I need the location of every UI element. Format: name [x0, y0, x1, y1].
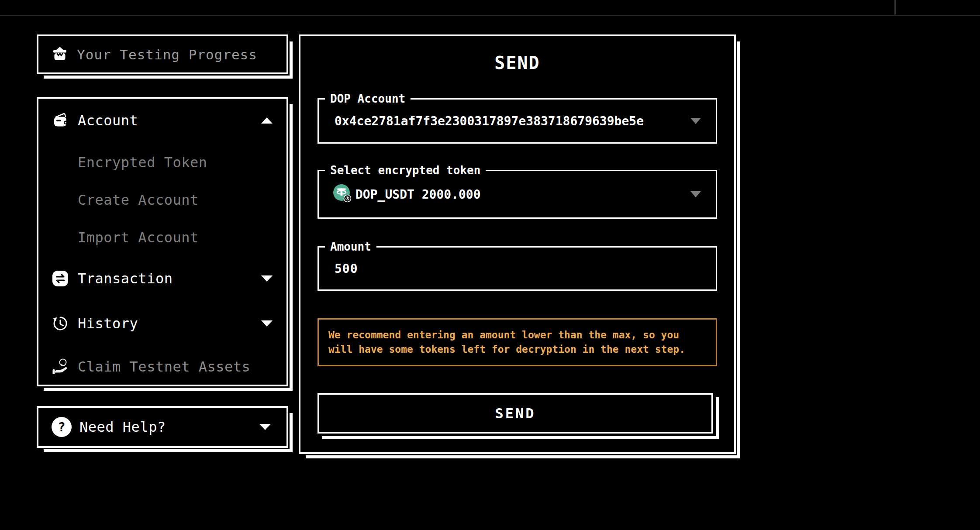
sidebar-subitem-label: Encrypted Token [78, 154, 207, 171]
sidebar-subitem-label: Import Account [78, 229, 199, 246]
top-bar-divider [894, 0, 896, 15]
sidebar-item-history[interactable]: History [52, 313, 275, 334]
hand-coin-icon [52, 357, 71, 376]
sidebar-item-create-account[interactable]: Create Account [78, 190, 275, 210]
chevron-down-icon [690, 191, 701, 197]
wallet-icon [52, 111, 71, 130]
testing-progress-card[interactable]: Your Testing Progress [37, 34, 288, 74]
sidebar-item-encrypted-token[interactable]: Encrypted Token [78, 152, 275, 172]
sidebar-menu-card: Account Encrypted Token Create Account I… [37, 97, 288, 386]
question-circle-icon: ? [52, 417, 72, 437]
encrypted-token-select[interactable]: Select encrypted token DOP_USDT 2000.000 [317, 170, 717, 219]
chevron-up-icon [261, 117, 273, 124]
sidebar-item-label: Claim Testnet Assets [78, 358, 250, 375]
token-selected-option: DOP_USDT 2000.000 [333, 184, 481, 205]
sidebar-item-label: Account [78, 112, 138, 129]
testing-progress-label: Your Testing Progress [77, 47, 257, 62]
send-button[interactable]: SEND [317, 393, 713, 434]
top-bar [0, 0, 980, 16]
chevron-down-icon [261, 275, 273, 282]
warning-text: We recommend entering an amount lower th… [328, 328, 706, 357]
send-panel: SEND DOP Account 0x4ce2781af7f3e23003178… [299, 34, 736, 454]
tether-token-icon [333, 184, 352, 205]
warning-box: We recommend entering an amount lower th… [317, 318, 717, 366]
sidebar-item-transaction[interactable]: Transaction [52, 268, 275, 289]
token-value: DOP_USDT 2000.000 [355, 187, 481, 202]
chevron-down-icon [261, 320, 273, 327]
encrypted-token-label: Select encrypted token [325, 163, 486, 177]
dop-account-label: DOP Account [325, 92, 411, 106]
send-button-wrap: SEND [317, 393, 713, 434]
dop-account-select[interactable]: DOP Account 0x4ce2781af7f3e2300317897e38… [317, 98, 717, 144]
gift-icon [52, 45, 68, 64]
swap-arrows-icon [52, 269, 71, 288]
need-help-card[interactable]: ? Need Help? [37, 406, 288, 448]
sidebar-item-import-account[interactable]: Import Account [78, 227, 275, 248]
sidebar-item-account[interactable]: Account [52, 110, 275, 131]
chevron-down-icon [259, 424, 271, 430]
panel-title: SEND [300, 53, 734, 73]
sidebar-item-label: History [78, 315, 138, 332]
dop-account-value: 0x4ce2781af7f3e2300317897e383718679639be… [335, 114, 644, 128]
sidebar-item-claim-testnet-assets[interactable]: Claim Testnet Assets [52, 357, 275, 377]
sidebar-item-label: Transaction [78, 270, 173, 287]
amount-input[interactable] [335, 248, 640, 289]
sidebar-subitem-label: Create Account [78, 192, 199, 208]
chevron-down-icon [690, 118, 701, 124]
amount-field: Amount [317, 246, 717, 291]
history-clock-icon [52, 314, 71, 333]
need-help-label: Need Help? [79, 419, 166, 435]
